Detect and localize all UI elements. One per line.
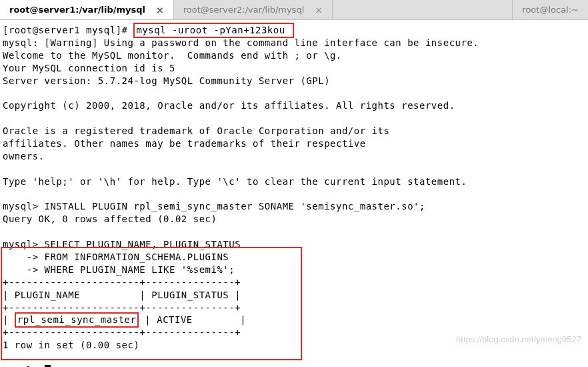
table-separator: +----------------------+---------------+ [3, 277, 241, 288]
highlighted-command: mysql -uroot -pYan+123kou [133, 23, 293, 38]
output-line: Query OK, 0 rows affected (0.02 sec) [3, 214, 217, 224]
tab-local[interactable]: root@local:~ [512, 0, 588, 19]
close-icon[interactable]: × [315, 5, 323, 15]
result-footer: 1 row in set (0.00 sec) [3, 340, 139, 350]
output-line: affiliates. Other names may be trademark… [3, 138, 366, 149]
shell-prompt: [root@server1 mysql]# [3, 25, 133, 35]
query-line: -> FROM INFORMATION_SCHEMA.PLUGINS [3, 252, 229, 262]
output-line: Type 'help;' or '\h' for help. Type '\c'… [3, 176, 467, 187]
output-line: Server version: 5.7.24-log MySQL Communi… [3, 75, 330, 86]
tab-server2[interactable]: root@server2:/var/lib/mysql × [174, 0, 333, 19]
output-line: Welcome to the MySQL monitor. Commands e… [3, 50, 342, 61]
close-icon[interactable]: × [156, 5, 164, 15]
highlighted-plugin-name: rpl_semi_sync_master [15, 312, 139, 328]
query-line: mysql> SELECT PLUGIN_NAME, PLUGIN_STATUS [3, 239, 241, 250]
query-line: -> WHERE PLUGIN_NAME LIKE '%semi%'; [3, 264, 235, 275]
tab-bar: root@server1:/var/lib/mysql × root@serve… [0, 0, 588, 20]
output-line: Oracle is a registered trademark of Orac… [3, 125, 389, 136]
output-line: owners. [3, 151, 45, 161]
tab-server1[interactable]: root@server1:/var/lib/mysql × [0, 0, 174, 19]
table-separator: +----------------------+---------------+ [3, 327, 241, 338]
tab-label: root@local:~ [522, 5, 579, 15]
output-line: mysql> INSTALL PLUGIN rpl_semi_sync_mast… [3, 201, 425, 212]
table-header: | PLUGIN_NAME | PLUGIN_STATUS | [3, 290, 241, 300]
table-separator: +----------------------+---------------+ [3, 302, 241, 313]
tab-label: root@server2:/var/lib/mysql [183, 5, 304, 15]
table-row-suffix: | ACTIVE | [139, 314, 246, 325]
output-line: Copyright (c) 2000, 2018, Oracle and/or … [3, 100, 455, 111]
output-line: Your MySQL connection id is 5 [3, 63, 175, 73]
terminal-output[interactable]: [root@server1 mysql]# mysql -uroot -pYan… [0, 20, 588, 367]
output-line: mysql: [Warning] Using a password on the… [3, 37, 479, 48]
tab-label: root@server1:/var/lib/mysql [9, 5, 145, 15]
table-row-prefix: | [3, 314, 15, 325]
